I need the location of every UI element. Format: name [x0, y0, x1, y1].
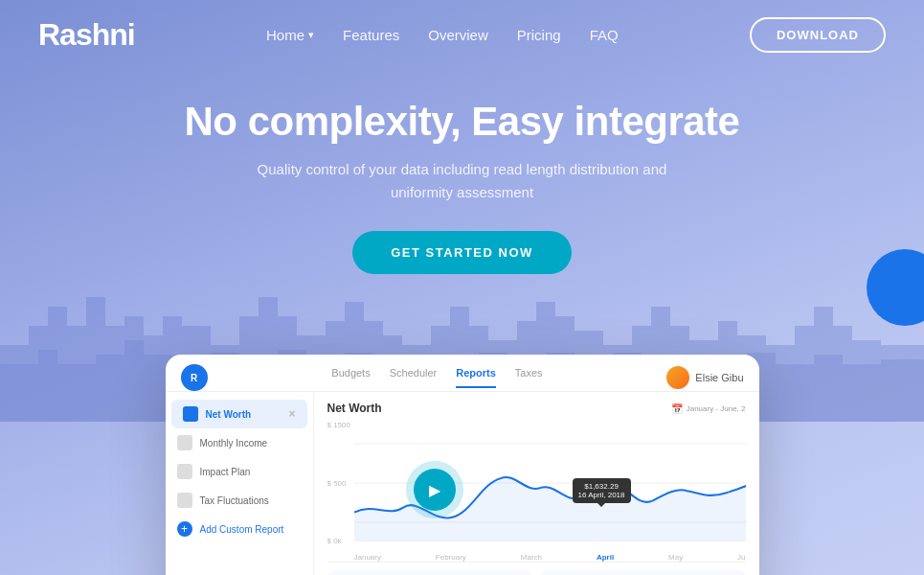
spent-by-category-stat: Spent by category — [540, 570, 746, 575]
chart-y-labels: $ 1500 $ 500 $ 0k — [327, 421, 350, 545]
hero-subtitle: Quality control of your data including r… — [242, 158, 683, 204]
chart-x-labels: January February March April May Ju — [327, 553, 746, 562]
y-label-0: $ 0k — [327, 537, 350, 545]
download-button[interactable]: DOWNLOAD — [750, 17, 886, 53]
sidebar-item-impact-plan[interactable]: Impact Plan — [166, 457, 313, 486]
dashboard-stats: Expenses +1.3% ▲ $ 43,303.00 Spent by ca… — [327, 562, 746, 575]
nav-item-faq[interactable]: FAQ — [590, 27, 619, 44]
date-range-text: January - June, 2 — [687, 404, 746, 413]
nav-item-features[interactable]: Features — [343, 27, 399, 44]
nav-item-home[interactable]: Home — [266, 27, 314, 43]
hero-section: No complexity, Easy integrate Quality co… — [0, 70, 924, 293]
chart-tooltip: $1,632.29 16 April, 2018 — [573, 478, 631, 503]
tooltip-amount: $1,632.29 — [578, 482, 625, 491]
tab-reports[interactable]: Reports — [456, 367, 496, 388]
x-label-jan: January — [354, 553, 381, 562]
user-avatar — [666, 366, 689, 389]
tab-scheduler[interactable]: Scheduler — [390, 367, 438, 388]
sidebar-item-net-worth[interactable]: Net Worth × — [171, 400, 307, 428]
dashboard-card: R Budgets Scheduler Reports Taxes Elsie … — [166, 355, 759, 575]
username: Elsie Gibu — [695, 372, 743, 383]
y-label-500: $ 500 — [327, 479, 350, 488]
nav-item-overview[interactable]: Overview — [428, 27, 488, 44]
add-icon: + — [177, 521, 192, 537]
hero-title: No complexity, Easy integrate — [19, 99, 905, 145]
sidebar-item-tax-fluctuations[interactable]: Tax Fluctuations — [166, 486, 313, 515]
expenses-stat: Expenses +1.3% ▲ $ 43,303.00 — [327, 570, 533, 575]
date-range: 📅 January - June, 2 — [671, 403, 746, 414]
close-icon[interactable]: × — [288, 407, 295, 421]
x-label-feb: February — [436, 553, 466, 562]
dashboard-main: Net Worth 📅 January - June, 2 $ 1500 $ 5… — [314, 392, 759, 575]
dashboard-body: Net Worth × Monthly Income Impact Plan T… — [166, 392, 759, 575]
monthly-income-icon — [177, 435, 192, 450]
chart-area: $ 1500 $ 500 $ 0k — [327, 421, 746, 545]
x-label-mar: March — [521, 553, 542, 562]
sidebar-label-net-worth: Net Worth — [206, 409, 252, 420]
dashboard-sidebar: Net Worth × Monthly Income Impact Plan T… — [166, 392, 314, 575]
tooltip-date: 16 April, 2018 — [578, 491, 625, 499]
sidebar-label-monthly-income: Monthly Income — [200, 438, 268, 448]
tab-budgets[interactable]: Budgets — [331, 367, 370, 388]
dashboard-user: Elsie Gibu — [666, 366, 743, 389]
dashboard-tabs: Budgets Scheduler Reports Taxes — [331, 367, 542, 388]
net-worth-icon — [183, 406, 198, 422]
impact-plan-icon — [177, 464, 192, 479]
nav-link-features[interactable]: Features — [343, 27, 399, 43]
sidebar-item-monthly-income[interactable]: Monthly Income — [166, 428, 313, 457]
x-label-ju: Ju — [737, 553, 745, 562]
dashboard-logo: R — [181, 364, 208, 391]
tab-taxes[interactable]: Taxes — [515, 367, 543, 388]
line-chart — [354, 421, 746, 545]
x-label-may: May — [668, 553, 683, 562]
tax-fluctuations-icon — [177, 493, 192, 508]
logo: Rashni — [38, 17, 135, 53]
y-label-1500: $ 1500 — [327, 421, 350, 429]
x-label-apr: April — [597, 553, 614, 562]
play-button[interactable]: ▶ — [414, 469, 456, 511]
sidebar-add-report[interactable]: + Add Custom Report — [166, 515, 313, 543]
nav-item-pricing[interactable]: Pricing — [517, 27, 561, 44]
dashboard-header: R Budgets Scheduler Reports Taxes Elsie … — [166, 355, 759, 392]
nav-links: Home Features Overview Pricing FAQ — [266, 27, 619, 44]
add-label: Add Custom Report — [200, 524, 284, 535]
nav-link-faq[interactable]: FAQ — [590, 27, 619, 43]
dashboard-wrapper: R Budgets Scheduler Reports Taxes Elsie … — [166, 355, 759, 575]
calendar-icon: 📅 — [671, 403, 683, 414]
cta-button[interactable]: GET STARTED NOW — [352, 231, 572, 274]
sidebar-label-tax-fluctuations: Tax Fluctuations — [200, 495, 269, 506]
navbar: Rashni Home Features Overview Pricing FA… — [0, 0, 924, 70]
sidebar-label-impact-plan: Impact Plan — [200, 467, 251, 477]
nav-link-overview[interactable]: Overview — [428, 27, 488, 43]
nav-link-pricing[interactable]: Pricing — [517, 27, 561, 43]
chart-title: Net Worth — [327, 402, 382, 415]
nav-link-home[interactable]: Home — [266, 27, 314, 43]
